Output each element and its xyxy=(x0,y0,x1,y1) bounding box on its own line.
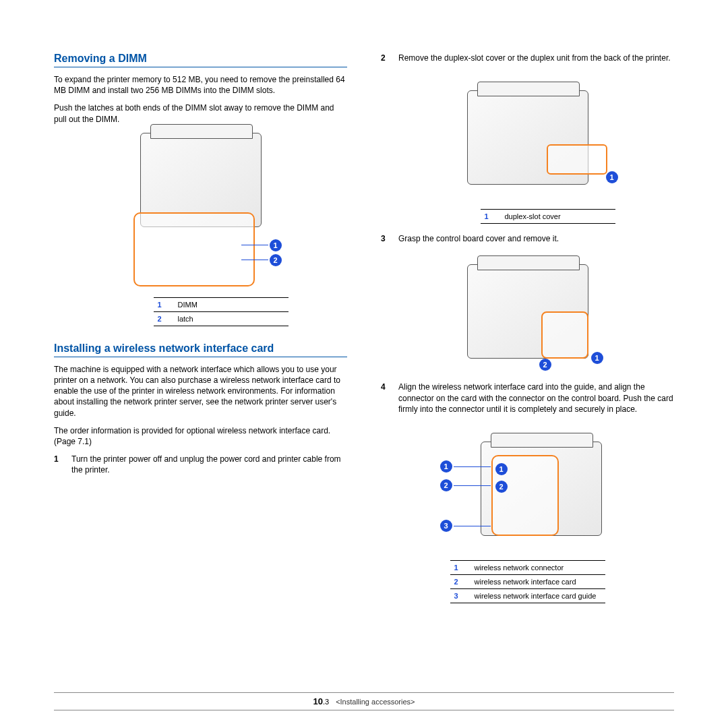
legend-row: 2 latch xyxy=(154,312,289,326)
callout-badge: 2 xyxy=(270,254,282,266)
legend-table: 1 DIMM 2 latch xyxy=(154,297,289,326)
step-item: 2 Remove the duplex-slot cover or the du… xyxy=(381,53,674,63)
paragraph: To expand the printer memory to 512 MB, … xyxy=(54,74,347,96)
legend-table: 1 duplex-slot cover xyxy=(481,209,615,224)
heading-removing-dimm: Removing a DIMM xyxy=(54,53,347,67)
callout-badge: 3 xyxy=(440,520,452,532)
paragraph: The order information is provided for op… xyxy=(54,425,347,447)
step-item: 3 Grasp the control board cover and remo… xyxy=(381,233,674,244)
legend-row: 1 DIMM xyxy=(154,298,289,312)
callout-badge: 1 xyxy=(440,460,452,473)
callout-badge: 1 xyxy=(606,171,618,183)
callout-badge: 1 xyxy=(591,352,603,364)
callout-badge: 2 xyxy=(495,481,508,493)
page-footer: 10.3 <Installing accessories> xyxy=(54,692,674,710)
step-item: 1 Turn the printer power off and unplug … xyxy=(54,454,347,475)
legend-table: 1 wireless network connector 2 wireless … xyxy=(450,560,605,603)
figure-dimm: 1 2 1 DIMM 2 latch xyxy=(54,131,347,326)
legend-row: 2 wireless network interface card xyxy=(450,575,605,589)
legend-row: 3 wireless network interface card guide xyxy=(450,589,605,603)
figure-duplex-cover: 1 1 duplex-slot cover xyxy=(381,70,674,224)
callout-badge: 2 xyxy=(539,359,551,371)
callout-badge: 1 xyxy=(495,463,508,475)
heading-installing-card: Installing a wireless network interface … xyxy=(54,342,347,357)
step-item: 4 Align the wireless network interface c… xyxy=(381,382,674,415)
left-column: Removing a DIMM To expand the printer me… xyxy=(54,53,347,613)
legend-row: 1 duplex-slot cover xyxy=(481,210,615,224)
callout-badge: 2 xyxy=(440,479,452,491)
legend-row: 1 wireless network connector xyxy=(450,561,605,575)
figure-control-board: 1 2 xyxy=(381,251,674,372)
right-column: 2 Remove the duplex-slot cover or the du… xyxy=(381,53,674,613)
callout-badge: 1 xyxy=(270,239,282,251)
figure-wireless-card: 1 2 3 1 2 1 wireless network connector 2… xyxy=(381,421,674,603)
paragraph: The machine is equipped with a network i… xyxy=(54,364,347,419)
paragraph: Push the latches at both ends of the DIM… xyxy=(54,102,347,124)
